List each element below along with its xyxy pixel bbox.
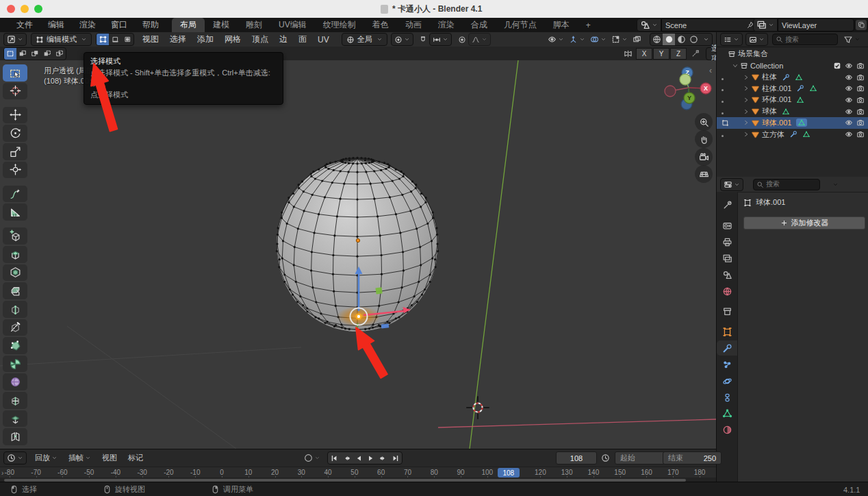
object-name[interactable]: 柱体	[762, 72, 777, 82]
material-tab-icon[interactable]	[717, 422, 737, 437]
timeline-menu-标记[interactable]: 标记	[123, 453, 149, 463]
collection-tab-icon[interactable]	[717, 303, 737, 319]
frame-end-field[interactable]: 结束 250	[663, 451, 722, 464]
chevron-down-icon[interactable]	[579, 36, 585, 42]
workspace-tab-布局[interactable]: 布局	[172, 18, 205, 32]
chevron-down-icon[interactable]	[558, 36, 564, 42]
playhead-badge[interactable]: 108	[498, 468, 520, 478]
viewport-menu-网格[interactable]: 网格	[219, 32, 246, 47]
workspace-tab-纹理绘制[interactable]: 纹理绘制	[315, 18, 364, 32]
timeline-ruler[interactable]: -80-70-60-50-40-30-20-100102030405060708…	[0, 467, 716, 478]
workspace-tab-UV编辑[interactable]: UV编辑	[270, 18, 315, 32]
pan-hand-icon[interactable]	[695, 130, 713, 148]
viewport-menu-视图[interactable]: 视图	[137, 32, 164, 47]
viewlayer-tab-icon[interactable]	[717, 251, 737, 266]
object-tab-icon[interactable]	[717, 324, 737, 339]
camera-restrict-icon[interactable]	[856, 119, 865, 127]
mode-intersect-icon[interactable]	[53, 48, 66, 60]
object-name[interactable]: 立方体	[762, 129, 784, 140]
outliner-row[interactable]: 球体	[717, 106, 868, 117]
mirror-axis-x-button[interactable]: X	[636, 48, 652, 60]
render-tab-icon[interactable]	[717, 218, 737, 233]
falloff-dropdown[interactable]	[468, 33, 491, 46]
viewport-3d[interactable]: ZXY 用户透视 (局部) (108) 球体.001 ‹	[0, 60, 716, 449]
add-modifier-button[interactable]: 添加修改器	[743, 216, 865, 230]
object-name[interactable]: 球体.001	[762, 118, 791, 128]
object-types-eye-icon[interactable]	[548, 35, 557, 44]
cursor-tool[interactable]	[3, 83, 27, 100]
mirror-axis-z-button[interactable]: Z	[670, 48, 687, 60]
outliner-row[interactable]: 环体.001	[717, 94, 868, 106]
particles-tab-icon[interactable]	[717, 357, 737, 372]
toggle-xray-icon[interactable]	[633, 35, 641, 44]
timeline-menu-视图[interactable]: 视图	[97, 453, 123, 463]
checkbox-checked-icon[interactable]	[833, 62, 841, 70]
eye-icon[interactable]	[845, 73, 853, 82]
eye-icon[interactable]	[845, 130, 853, 138]
collapse-panel-icon[interactable]: ‹	[709, 66, 712, 75]
camera-restrict-icon[interactable]	[856, 96, 865, 104]
rendered-shading-icon[interactable]	[687, 34, 700, 45]
new-viewlayer-button[interactable]	[856, 20, 867, 30]
eye-icon[interactable]	[845, 119, 853, 127]
ortho-grid-icon[interactable]	[695, 165, 713, 183]
measure-tool[interactable]	[3, 203, 27, 221]
shrink-fatten-tool[interactable]	[3, 410, 27, 427]
play-icon[interactable]	[365, 452, 377, 464]
move-tool[interactable]	[3, 107, 27, 124]
mode-subtract-icon[interactable]	[29, 48, 41, 60]
eye-icon[interactable]	[845, 84, 853, 92]
camera-restrict-icon[interactable]	[856, 62, 865, 70]
chevron-down-icon[interactable]	[600, 36, 607, 42]
outliner-display-mode-dropdown[interactable]	[720, 33, 743, 46]
properties-search-input[interactable]: 搜索	[753, 179, 820, 190]
workspace-tab-合成[interactable]: 合成	[463, 18, 496, 32]
poly-build-tool[interactable]	[3, 337, 27, 354]
menu-窗口[interactable]: 窗口	[103, 18, 135, 32]
mode-extend-icon[interactable]	[16, 48, 29, 60]
add-cube-tool[interactable]	[3, 227, 27, 245]
object-name[interactable]: 球体	[762, 106, 777, 116]
camera-restrict-icon[interactable]	[856, 73, 865, 82]
face-select-icon[interactable]	[121, 34, 133, 45]
data-tab-icon[interactable]	[717, 406, 737, 421]
current-frame-field[interactable]: 108	[556, 451, 597, 464]
viewport-menu-边[interactable]: 边	[274, 32, 293, 47]
rip-region-tool[interactable]	[3, 428, 27, 445]
smooth-tool[interactable]	[3, 373, 27, 390]
mirror-icon[interactable]	[624, 49, 633, 58]
outliner-row[interactable]: 场景集合	[717, 48, 868, 60]
select-box-tool[interactable]	[3, 64, 27, 82]
minimize-window-button[interactable]	[21, 5, 29, 13]
proportional-edit-icon[interactable]	[458, 36, 466, 44]
scene-name-field[interactable]: Scene	[661, 18, 758, 32]
outliner-row[interactable]: 柱体	[717, 71, 868, 83]
snap-target-icon[interactable]	[611, 35, 620, 44]
chevron-down-icon[interactable]	[622, 36, 628, 42]
eye-icon[interactable]	[845, 108, 853, 116]
filter-funnel-icon[interactable]	[843, 35, 853, 45]
show-gizmo-icon[interactable]	[569, 35, 578, 44]
expand-right-icon[interactable]	[743, 119, 750, 126]
workspace-tab-建模[interactable]: 建模	[205, 18, 238, 32]
constraints-tab-icon[interactable]	[717, 390, 737, 405]
physics-tab-icon[interactable]	[717, 373, 737, 388]
properties-editor-type-button[interactable]	[720, 178, 743, 191]
mode-dropdown[interactable]: 编辑模式	[31, 33, 92, 46]
expand-right-icon[interactable]	[743, 74, 750, 81]
outliner-row[interactable]: 立方体	[717, 129, 868, 140]
jump-to-end-icon[interactable]	[390, 452, 402, 464]
auto-keying-toggle[interactable]	[304, 454, 313, 462]
outliner-search-input[interactable]: 搜索	[772, 34, 838, 45]
pivot-point-dropdown[interactable]	[391, 33, 413, 46]
add-workspace-button[interactable]: +	[578, 18, 599, 32]
chevron-down-icon[interactable]	[832, 182, 839, 188]
workspace-tab-动画[interactable]: 动画	[397, 18, 430, 32]
menu-渲染[interactable]: 渲染	[72, 18, 103, 32]
viewport-menu-面[interactable]: 面	[293, 32, 312, 47]
play-reverse-icon[interactable]	[353, 452, 365, 464]
jump-to-start-icon[interactable]	[328, 452, 340, 464]
snap-with-dropdown[interactable]	[429, 33, 452, 46]
scene-type-dropdown[interactable]	[637, 18, 661, 32]
solid-shading-icon[interactable]	[663, 34, 675, 45]
